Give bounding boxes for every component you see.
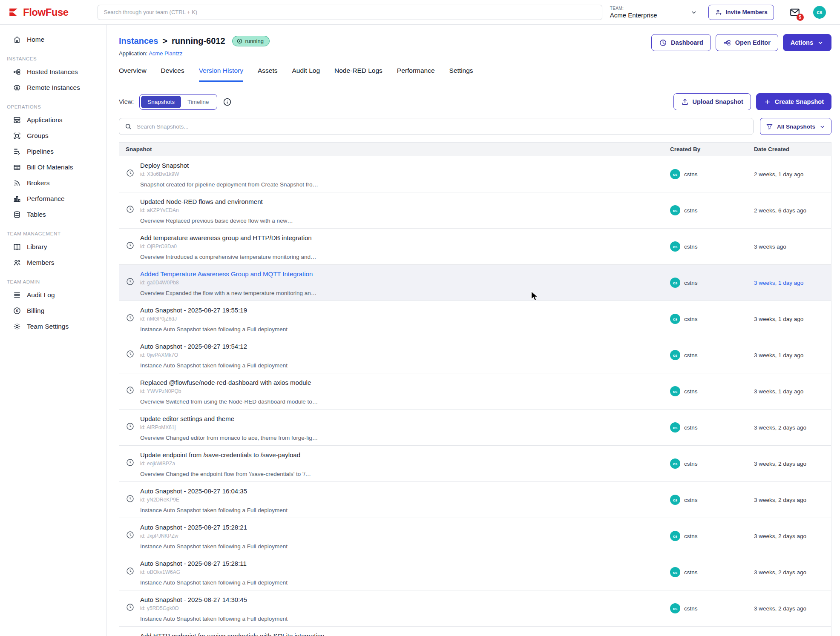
user-avatar[interactable]: cs [813,6,826,19]
tab-version-history[interactable]: Version History [199,67,243,82]
home-icon [13,35,21,44]
flowfuse-logo[interactable]: FlowFuse [8,6,69,18]
date-created: 3 weeks, 2 days ago [754,569,831,576]
invite-members-button[interactable]: Invite Members [708,5,774,20]
tab-node-red-logs[interactable]: Node-RED Logs [334,67,383,82]
sidebar-item-team-settings[interactable]: Team Settings [0,318,106,334]
column-header-created-by: Created By [670,146,754,152]
view-toggle-timeline[interactable]: Timeline [181,96,216,108]
open-editor-button[interactable]: Open Editor [716,34,778,51]
gear-icon [13,322,21,331]
snapshot-title: Auto Snapshot - 2025-08-27 15:28:21 [140,524,288,531]
table-row[interactable]: Add HTTP endpoint for saving credentials… [119,626,831,636]
sidebar-item-applications[interactable]: Applications [0,112,106,128]
table-row-highlighted[interactable]: Added Temperature Awareness Group and MQ… [119,264,831,301]
actions-button[interactable]: Actions [783,34,831,51]
tab-devices[interactable]: Devices [161,67,184,82]
table-row[interactable]: Update editor settings and theme id: AlR… [119,409,831,445]
table-row[interactable]: Auto Snapshot - 2025-08-27 19:55:19 id: … [119,301,831,337]
table-row[interactable]: Deploy Snapshot id: X3o6Bw1k9W Snapshot … [119,156,831,192]
avatar: cs [670,278,680,288]
sidebar-item-label: Performance [27,195,65,203]
version-history-content: View: Snapshots Timeline Upload Snapshot [107,82,840,636]
sidebar-item-home[interactable]: Home [0,32,106,47]
snapshot-description: Snapshot created for pipeline deployment… [140,181,318,188]
table-row[interactable]: Auto Snapshot - 2025-08-27 14:30:45 id: … [119,590,831,626]
created-by-user: cstns [684,280,698,286]
dashboard-button-label: Dashboard [671,39,703,46]
sidebar-item-label: Applications [27,116,63,124]
view-label: View: [119,98,134,105]
snapshot-title: Updated Node-RED flows and environment [140,198,293,205]
sidebar-item-hosted-instances[interactable]: Hosted Instances [0,64,106,80]
team-selector[interactable]: TEAM: Acme Enterprise [610,6,697,19]
snapshot-title: Replaced @flowfuse/node-red-dashboard wi… [140,379,318,386]
tab-audit-log[interactable]: Audit Log [292,67,320,82]
table-row[interactable]: Auto Snapshot - 2025-08-27 16:04:35 id: … [119,481,831,518]
application-label: Application: [119,50,147,57]
all-snapshots-dropdown[interactable]: All Snapshots [760,118,831,135]
sidebar-item-label: Bill Of Materials [27,163,73,171]
table-row[interactable]: Updated Node-RED flows and environment i… [119,192,831,228]
snapshot-description: Overview Introduced a comprehensive temp… [140,254,316,260]
tab-assets[interactable]: Assets [258,67,278,82]
table-row[interactable]: Auto Snapshot - 2025-08-27 19:54:12 id: … [119,337,831,373]
sidebar-item-groups[interactable]: Groups [0,128,106,143]
page-header: Instances > running-6012 running Applica… [107,25,840,57]
global-search[interactable] [98,5,602,20]
snapshot-search[interactable] [119,118,754,135]
sidebar-item-bill-of-materials[interactable]: Bill Of Materials [0,159,106,175]
snapshot-id: id: oBOkv1W6AG [140,569,288,575]
table-row[interactable]: Update endpoint from /save-credentials t… [119,445,831,481]
snapshot-search-input[interactable] [136,123,748,130]
clock-icon [126,169,135,178]
sidebar-item-label: Remote Instances [27,84,80,92]
tab-bar: Overview Devices Version History Assets … [107,67,840,82]
application-link[interactable]: Acme Plantzz [149,50,182,57]
sidebar-item-library[interactable]: Library [0,239,106,255]
tab-overview[interactable]: Overview [119,67,147,82]
table-row[interactable]: Add temperature awareness group and HTTP… [119,228,831,264]
sidebar-item-label: Library [27,243,47,251]
sidebar-section-team-management: TEAM MANAGEMENT [0,231,106,236]
sidebar-item-members[interactable]: Members [0,255,106,270]
snapshot-id: id: ga0D4W0Pb8 [140,280,316,286]
create-snapshot-button[interactable]: Create Snapshot [756,93,831,110]
sidebar-item-performance[interactable]: Performance [0,191,106,206]
members-icon [13,258,21,267]
upload-snapshot-button[interactable]: Upload Snapshot [673,93,751,110]
sidebar-item-billing[interactable]: $ Billing [0,303,106,318]
sidebar-item-brokers[interactable]: Brokers [0,175,106,191]
tab-settings[interactable]: Settings [449,67,473,82]
applications-icon [13,116,21,124]
snapshot-title: Auto Snapshot - 2025-08-27 15:28:11 [140,560,288,567]
brokers-icon [13,179,21,187]
sidebar-item-remote-instances[interactable]: Remote Instances [0,80,106,95]
sidebar-item-audit-log[interactable]: Audit Log [0,287,106,303]
created-by-user: cstns [684,605,698,612]
clock-icon [126,494,135,503]
avatar: cs [670,567,680,577]
snapshot-title: Update endpoint from /save-credentials t… [140,451,311,458]
global-search-input[interactable] [103,9,597,16]
search-icon [124,123,132,130]
snapshot-id: id: y5RD5Ggk0O [140,605,288,611]
snapshot-description: Overview Changed editor from monaco to a… [140,435,318,441]
dashboard-button[interactable]: Dashboard [651,34,711,51]
created-by-user: cstns [684,316,698,322]
tab-performance[interactable]: Performance [397,67,435,82]
table-row[interactable]: Auto Snapshot - 2025-08-27 15:28:11 id: … [119,554,831,590]
chevron-down-icon [819,123,826,130]
notifications-button[interactable]: 5 [789,7,800,18]
sidebar-item-tables[interactable]: Tables [0,206,106,222]
sidebar-section-team-admin: TEAM ADMIN [0,279,106,284]
info-icon[interactable] [223,97,232,106]
view-toggle-snapshots[interactable]: Snapshots [141,96,181,108]
breadcrumb-instances-link[interactable]: Instances [119,36,158,46]
table-row[interactable]: Auto Snapshot - 2025-08-27 15:28:21 id: … [119,518,831,554]
notification-badge: 5 [797,14,804,21]
sidebar-item-pipelines[interactable]: Pipelines [0,143,106,159]
table-row[interactable]: Replaced @flowfuse/node-red-dashboard wi… [119,373,831,409]
avatar: cs [670,422,680,433]
snapshot-title: Auto Snapshot - 2025-08-27 16:04:35 [140,487,288,495]
